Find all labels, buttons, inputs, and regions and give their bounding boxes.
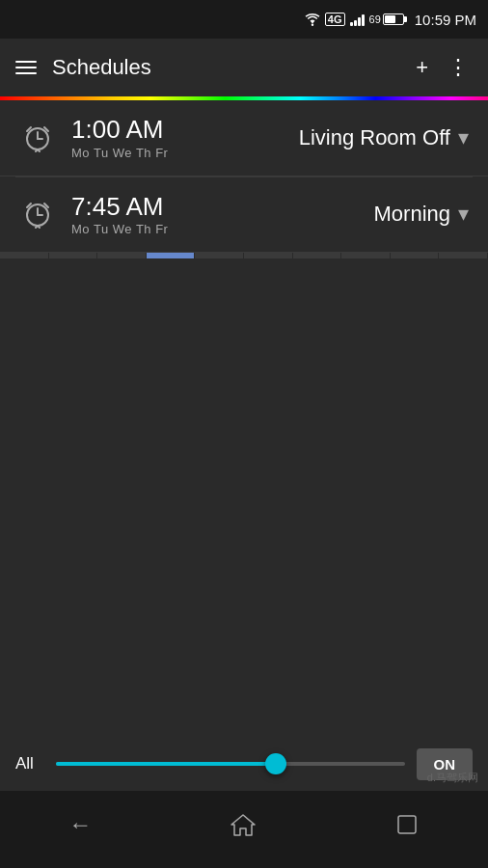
scroll-seg-8 xyxy=(341,253,391,258)
status-bar: 4G 69 10:59 PM xyxy=(0,0,488,39)
schedule-time-1: 1:00 AM xyxy=(71,116,299,144)
status-icons: 4G 69 10:59 PM xyxy=(305,12,476,28)
wifi-icon xyxy=(305,14,320,26)
svg-line-6 xyxy=(38,149,40,151)
4g-badge: 4G xyxy=(325,13,345,26)
recent-apps-button[interactable] xyxy=(375,804,439,845)
schedule-list: 1:00 AM Mo Tu We Th Fr Living Room Off ▾… xyxy=(0,100,488,253)
alarm-icon-1 xyxy=(19,120,56,156)
watermark: d.马驾乐网 xyxy=(427,771,478,785)
scroll-seg-7 xyxy=(293,253,342,258)
hamburger-menu-button[interactable] xyxy=(15,61,37,74)
schedule-days-1: Mo Tu We Th Fr xyxy=(71,146,299,160)
scroll-seg-5 xyxy=(195,253,244,258)
back-button[interactable]: ← xyxy=(49,803,111,846)
slider-area: All ON xyxy=(0,737,488,791)
slider-track-container[interactable] xyxy=(56,762,405,766)
schedule-time-info-1: 1:00 AM Mo Tu We Th Fr xyxy=(71,116,299,160)
scroll-seg-2 xyxy=(49,253,98,258)
battery: 69 xyxy=(369,14,404,25)
slider-label: All xyxy=(15,754,44,773)
scroll-seg-6 xyxy=(244,253,293,258)
scroll-indicator xyxy=(0,253,488,258)
scroll-seg-9 xyxy=(391,253,440,258)
slider-fill xyxy=(56,762,276,766)
schedule-label-2: Morning xyxy=(374,202,450,227)
svg-line-13 xyxy=(38,226,40,228)
chevron-down-icon-2: ▾ xyxy=(458,202,469,227)
navigation-bar: ← xyxy=(0,791,488,868)
schedule-time-info-2: 7:45 AM Mo Tu We Th Fr xyxy=(71,193,374,237)
more-options-button[interactable]: ⋮ xyxy=(444,51,473,84)
scroll-seg-3 xyxy=(97,253,147,258)
battery-icon xyxy=(383,14,404,25)
slider-track xyxy=(56,762,405,766)
page-title: Schedules xyxy=(52,55,396,80)
signal-bars xyxy=(350,14,365,26)
app-bar: Schedules + ⋮ xyxy=(0,39,488,96)
schedule-days-2: Mo Tu We Th Fr xyxy=(71,222,374,236)
battery-percent: 69 xyxy=(369,14,381,25)
home-button[interactable] xyxy=(210,803,276,846)
schedule-time-2: 7:45 AM xyxy=(71,193,374,221)
scroll-seg-10 xyxy=(439,253,488,258)
slider-thumb[interactable] xyxy=(265,753,286,774)
status-time: 10:59 PM xyxy=(415,12,476,28)
scroll-seg-1 xyxy=(0,253,49,258)
schedule-item[interactable]: 1:00 AM Mo Tu We Th Fr Living Room Off ▾ xyxy=(0,100,488,176)
schedule-item-2[interactable]: 7:45 AM Mo Tu We Th Fr Morning ▾ xyxy=(0,177,488,254)
svg-rect-14 xyxy=(398,816,416,833)
toolbar-actions: + ⋮ xyxy=(412,51,473,84)
chevron-down-icon-1: ▾ xyxy=(458,125,469,150)
scroll-seg-4 xyxy=(147,253,196,258)
schedule-label-1: Living Room Off xyxy=(299,125,450,150)
alarm-icon-2 xyxy=(19,196,56,232)
add-schedule-button[interactable]: + xyxy=(412,51,432,84)
